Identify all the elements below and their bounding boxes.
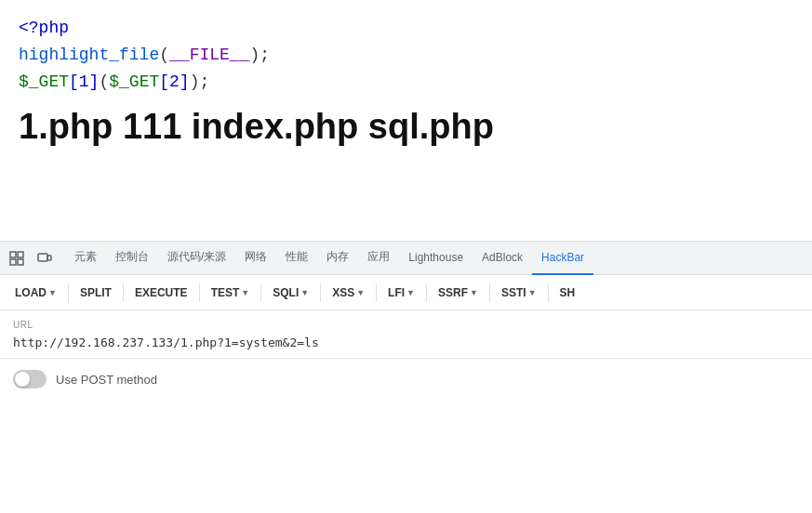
test-button[interactable]: TEST ▼ [204, 283, 258, 303]
divider-7 [426, 283, 427, 302]
tab-performance[interactable]: 性能 [276, 242, 317, 275]
svg-rect-1 [18, 252, 23, 257]
ssti-arrow: ▼ [528, 288, 537, 297]
tab-lighthouse[interactable]: Lighthouse [399, 242, 473, 275]
url-input[interactable] [13, 335, 799, 349]
paren2-open: ( [99, 72, 109, 91]
tab-sources[interactable]: 源代码/来源 [158, 242, 235, 275]
test-arrow: ▼ [241, 288, 249, 297]
tab-memory[interactable]: 内存 [317, 242, 358, 275]
paren-close: ); [249, 46, 270, 64]
get-index2: [2] [159, 72, 189, 91]
hackbar-toolbar: LOAD ▼ SPLIT EXECUTE TEST ▼ SQLI ▼ XSS ▼… [0, 275, 812, 310]
file-const: __FILE__ [169, 46, 249, 64]
ssrf-button[interactable]: SSRF ▼ [431, 283, 486, 303]
svg-rect-4 [38, 254, 47, 261]
get-var1: $_GET [19, 72, 69, 91]
execute-button[interactable]: EXECUTE [127, 283, 195, 303]
code-output: 1.php 111 index.php sql.php [19, 104, 793, 150]
code-display: <?php highlight_file(__FILE__); $_GET[1]… [0, 0, 812, 242]
sh-button[interactable]: SH [552, 283, 583, 303]
lfi-button[interactable]: LFI ▼ [380, 283, 422, 303]
xss-button[interactable]: XSS ▼ [325, 283, 372, 303]
load-arrow: ▼ [48, 288, 57, 297]
divider-2 [123, 283, 124, 302]
device-icon[interactable] [32, 245, 58, 271]
php-open-tag: <?php [19, 19, 69, 37]
divider-5 [320, 283, 321, 302]
divider-4 [260, 283, 261, 302]
tab-application[interactable]: 应用 [358, 242, 399, 275]
get-var2: $_GET [109, 72, 159, 91]
tab-network[interactable]: 网络 [235, 242, 276, 275]
divider-3 [199, 283, 200, 302]
divider-9 [548, 283, 549, 302]
devtools-tabs: 元素 控制台 源代码/来源 网络 性能 内存 应用 Lighthouse AdB… [65, 242, 593, 274]
lfi-arrow: ▼ [406, 288, 415, 297]
ssti-button[interactable]: SSTI ▼ [494, 283, 544, 303]
svg-rect-0 [10, 252, 16, 257]
tab-console[interactable]: 控制台 [106, 242, 158, 275]
svg-rect-2 [10, 259, 16, 265]
url-label: URL [13, 320, 799, 330]
devtools-tabbar: 元素 控制台 源代码/来源 网络 性能 内存 应用 Lighthouse AdB… [0, 242, 812, 275]
devtools-icons [4, 245, 58, 271]
load-button[interactable]: LOAD ▼ [7, 283, 64, 303]
tab-adblock[interactable]: AdBlock [473, 242, 532, 275]
code-line-2: highlight_file(__FILE__); [19, 42, 793, 69]
post-method-label: Use POST method [56, 373, 157, 387]
divider-1 [68, 283, 69, 302]
post-method-area: Use POST method [0, 359, 812, 400]
tab-elements[interactable]: 元素 [65, 242, 106, 275]
svg-rect-3 [18, 259, 23, 265]
xss-arrow: ▼ [356, 288, 365, 297]
url-area: URL [0, 310, 812, 359]
toggle-thumb [15, 372, 30, 387]
post-method-toggle[interactable] [13, 370, 47, 388]
sqli-button[interactable]: SQLI ▼ [265, 283, 316, 303]
highlight-func: highlight_file [19, 46, 159, 64]
ssrf-arrow: ▼ [470, 288, 478, 297]
divider-8 [489, 283, 490, 302]
divider-6 [376, 283, 377, 302]
tab-hackbar[interactable]: HackBar [532, 242, 593, 275]
paren-open: ( [159, 46, 169, 64]
inspect-icon[interactable] [4, 245, 30, 271]
get-index1: [1] [69, 72, 99, 91]
code-line-3: $_GET[1]($_GET[2]); [19, 69, 793, 96]
svg-rect-5 [47, 256, 51, 260]
code-line-1: <?php [19, 15, 793, 42]
paren2-close: ); [190, 72, 210, 91]
sqli-arrow: ▼ [300, 288, 309, 297]
split-button[interactable]: SPLIT [73, 283, 119, 303]
